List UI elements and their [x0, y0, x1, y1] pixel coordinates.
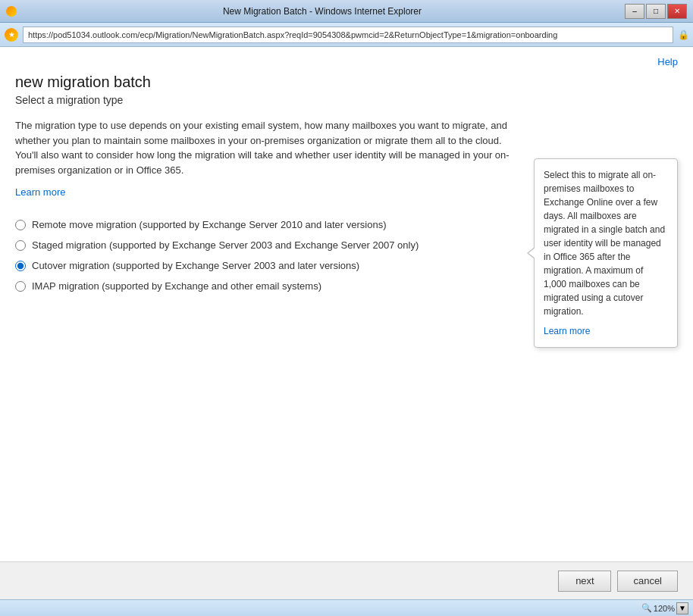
window-title: New Migration Batch - Windows Internet E… — [20, 6, 625, 17]
help-link[interactable]: Help — [657, 56, 678, 67]
address-input[interactable] — [23, 27, 673, 43]
zoom-icon: 🔍 — [641, 603, 652, 613]
next-button[interactable]: next — [558, 571, 611, 592]
address-bar: ★ 🔒 — [0, 23, 693, 47]
maximize-button[interactable]: □ — [646, 4, 666, 19]
radio-staged-label: Staged migration (supported by Exchange … — [32, 239, 419, 251]
content-header: Help — [0, 47, 693, 67]
learn-more-link[interactable]: Learn more — [15, 186, 65, 198]
browser-content: Help new migration batch Select a migrat… — [0, 47, 693, 599]
radio-cutover-input[interactable] — [15, 261, 26, 271]
zoom-control: 🔍 120% ▼ — [641, 602, 688, 614]
tooltip-popup: Select this to migrate all on-premises m… — [534, 158, 678, 348]
page-title: new migration batch — [15, 73, 678, 91]
page-subtitle: Select a migration type — [15, 94, 678, 106]
content-body: new migration batch Select a migration t… — [0, 67, 693, 561]
browser-icon — [6, 6, 17, 17]
radio-imap-label: IMAP migration (supported by Exchange an… — [32, 280, 321, 292]
lock-icon: 🔒 — [678, 30, 688, 40]
tooltip-arrow — [527, 247, 535, 259]
status-bar: 🔍 120% ▼ — [0, 599, 693, 616]
bottom-bar: next cancel — [0, 561, 693, 599]
radio-remote-label: Remote move migration (supported by Exch… — [32, 219, 387, 230]
zoom-dropdown-button[interactable]: ▼ — [676, 602, 688, 614]
tooltip-text: Select this to migrate all on-premises m… — [544, 170, 665, 317]
radio-remote-input[interactable] — [15, 220, 26, 230]
description-text: The migration type to use depends on you… — [15, 118, 516, 177]
minimize-button[interactable]: – — [625, 4, 644, 19]
tooltip-learn-more-link[interactable]: Learn more — [544, 324, 590, 338]
radio-staged-input[interactable] — [15, 240, 26, 251]
page-icon: ★ — [5, 28, 18, 42]
radio-imap-input[interactable] — [15, 281, 26, 292]
cancel-button[interactable]: cancel — [617, 571, 678, 592]
close-button[interactable]: ✕ — [667, 4, 687, 19]
window-controls: – □ ✕ — [625, 4, 687, 19]
title-bar: New Migration Batch - Windows Internet E… — [0, 0, 693, 23]
zoom-level: 120% — [654, 604, 675, 613]
radio-cutover-label: Cutover migration (supported by Exchange… — [32, 260, 359, 271]
